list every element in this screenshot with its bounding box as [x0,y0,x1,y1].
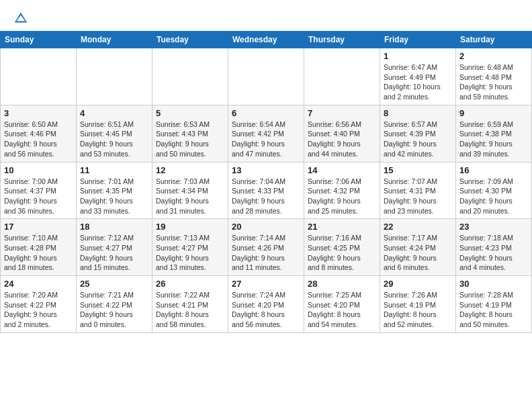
day-info: Sunrise: 7:00 AM Sunset: 4:37 PM Dayligh… [4,177,73,216]
day-number: 1 [384,51,452,61]
calendar-cell: 5Sunrise: 6:53 AM Sunset: 4:43 PM Daylig… [152,105,228,162]
day-info: Sunrise: 7:12 AM Sunset: 4:27 PM Dayligh… [80,233,148,273]
day-number: 24 [4,279,73,289]
day-info: Sunrise: 6:48 AM Sunset: 4:48 PM Dayligh… [459,62,528,102]
calendar-cell: 29Sunrise: 7:26 AM Sunset: 4:19 PM Dayli… [380,276,456,333]
weekday-header: Thursday [304,32,380,48]
calendar-cell: 30Sunrise: 7:28 AM Sunset: 4:19 PM Dayli… [456,276,532,333]
day-number: 12 [156,165,224,175]
day-info: Sunrise: 7:06 AM Sunset: 4:32 PM Dayligh… [308,177,376,216]
day-number: 8 [384,108,452,118]
calendar-cell: 27Sunrise: 7:24 AM Sunset: 4:20 PM Dayli… [228,276,304,333]
calendar-cell: 15Sunrise: 7:07 AM Sunset: 4:31 PM Dayli… [380,162,456,219]
calendar-cell: 24Sunrise: 7:20 AM Sunset: 4:22 PM Dayli… [1,276,77,333]
day-number: 11 [80,165,148,175]
weekday-header: Friday [380,32,456,48]
weekday-header: Sunday [1,32,77,48]
calendar-cell: 19Sunrise: 7:13 AM Sunset: 4:27 PM Dayli… [152,219,228,276]
day-info: Sunrise: 7:09 AM Sunset: 4:30 PM Dayligh… [459,177,528,216]
calendar-week-row: 24Sunrise: 7:20 AM Sunset: 4:22 PM Dayli… [1,276,532,333]
calendar-cell: 21Sunrise: 7:16 AM Sunset: 4:25 PM Dayli… [304,219,380,276]
calendar-cell: 25Sunrise: 7:21 AM Sunset: 4:22 PM Dayli… [77,276,152,333]
day-info: Sunrise: 7:28 AM Sunset: 4:19 PM Dayligh… [459,290,528,330]
calendar-cell: 3Sunrise: 6:50 AM Sunset: 4:46 PM Daylig… [1,105,77,162]
day-info: Sunrise: 7:18 AM Sunset: 4:23 PM Dayligh… [459,233,528,273]
calendar-cell: 20Sunrise: 7:14 AM Sunset: 4:26 PM Dayli… [228,219,304,276]
day-info: Sunrise: 7:13 AM Sunset: 4:27 PM Dayligh… [156,233,224,273]
day-info: Sunrise: 6:56 AM Sunset: 4:40 PM Dayligh… [308,120,376,159]
weekday-header: Wednesday [228,32,304,48]
day-number: 4 [80,108,148,118]
calendar-cell [152,48,228,105]
day-number: 5 [156,108,224,118]
calendar-cell: 6Sunrise: 6:54 AM Sunset: 4:42 PM Daylig… [228,105,304,162]
day-number: 10 [4,165,73,175]
day-info: Sunrise: 7:26 AM Sunset: 4:19 PM Dayligh… [384,290,452,330]
calendar-cell: 10Sunrise: 7:00 AM Sunset: 4:37 PM Dayli… [1,162,77,219]
logo-icon [13,11,28,26]
calendar-cell: 13Sunrise: 7:04 AM Sunset: 4:33 PM Dayli… [228,162,304,219]
day-number: 18 [80,222,148,232]
day-info: Sunrise: 6:59 AM Sunset: 4:38 PM Dayligh… [459,120,528,159]
day-info: Sunrise: 7:01 AM Sunset: 4:35 PM Dayligh… [80,177,148,216]
calendar-cell [77,48,152,105]
day-number: 7 [308,108,376,118]
day-number: 9 [459,108,528,118]
day-number: 21 [308,222,376,232]
calendar-cell: 28Sunrise: 7:25 AM Sunset: 4:20 PM Dayli… [304,276,380,333]
calendar-cell [304,48,380,105]
day-number: 23 [459,222,528,232]
calendar-week-row: 1Sunrise: 6:47 AM Sunset: 4:49 PM Daylig… [1,48,532,105]
page-header [0,0,532,31]
calendar-cell: 9Sunrise: 6:59 AM Sunset: 4:38 PM Daylig… [456,105,532,162]
calendar-week-row: 3Sunrise: 6:50 AM Sunset: 4:46 PM Daylig… [1,105,532,162]
day-info: Sunrise: 7:16 AM Sunset: 4:25 PM Dayligh… [308,233,376,273]
day-info: Sunrise: 7:21 AM Sunset: 4:22 PM Dayligh… [80,290,148,330]
day-number: 26 [156,279,224,289]
weekday-header: Saturday [456,32,532,48]
day-number: 22 [384,222,452,232]
calendar-cell: 2Sunrise: 6:48 AM Sunset: 4:48 PM Daylig… [456,48,532,105]
day-number: 19 [156,222,224,232]
day-info: Sunrise: 6:50 AM Sunset: 4:46 PM Dayligh… [4,120,73,159]
day-info: Sunrise: 7:24 AM Sunset: 4:20 PM Dayligh… [232,290,300,330]
calendar-cell: 16Sunrise: 7:09 AM Sunset: 4:30 PM Dayli… [456,162,532,219]
day-number: 30 [459,279,528,289]
day-info: Sunrise: 7:07 AM Sunset: 4:31 PM Dayligh… [384,177,452,216]
calendar-cell [228,48,304,105]
day-info: Sunrise: 7:20 AM Sunset: 4:22 PM Dayligh… [4,290,73,330]
day-info: Sunrise: 7:25 AM Sunset: 4:20 PM Dayligh… [308,290,376,330]
day-number: 2 [459,51,528,61]
day-number: 17 [4,222,73,232]
calendar-cell: 18Sunrise: 7:12 AM Sunset: 4:27 PM Dayli… [77,219,152,276]
day-number: 20 [232,222,300,232]
calendar-week-row: 17Sunrise: 7:10 AM Sunset: 4:28 PM Dayli… [1,219,532,276]
day-info: Sunrise: 7:17 AM Sunset: 4:24 PM Dayligh… [384,233,452,273]
calendar-cell: 26Sunrise: 7:22 AM Sunset: 4:21 PM Dayli… [152,276,228,333]
weekday-header: Tuesday [152,32,228,48]
calendar-header-row: SundayMondayTuesdayWednesdayThursdayFrid… [1,32,532,48]
day-info: Sunrise: 7:22 AM Sunset: 4:21 PM Dayligh… [156,290,224,330]
day-number: 14 [308,165,376,175]
day-number: 25 [80,279,148,289]
calendar-cell: 17Sunrise: 7:10 AM Sunset: 4:28 PM Dayli… [1,219,77,276]
calendar-cell: 1Sunrise: 6:47 AM Sunset: 4:49 PM Daylig… [380,48,456,105]
calendar-week-row: 10Sunrise: 7:00 AM Sunset: 4:37 PM Dayli… [1,162,532,219]
calendar-cell: 4Sunrise: 6:51 AM Sunset: 4:45 PM Daylig… [77,105,152,162]
day-info: Sunrise: 7:04 AM Sunset: 4:33 PM Dayligh… [232,177,300,216]
day-info: Sunrise: 7:14 AM Sunset: 4:26 PM Dayligh… [232,233,300,273]
logo [13,11,31,26]
day-info: Sunrise: 6:57 AM Sunset: 4:39 PM Dayligh… [384,120,452,159]
day-info: Sunrise: 6:53 AM Sunset: 4:43 PM Dayligh… [156,120,224,159]
calendar-cell [1,48,77,105]
day-number: 6 [232,108,300,118]
day-number: 16 [459,165,528,175]
calendar-table: SundayMondayTuesdayWednesdayThursdayFrid… [0,31,532,333]
day-info: Sunrise: 6:51 AM Sunset: 4:45 PM Dayligh… [80,120,148,159]
day-number: 15 [384,165,452,175]
day-number: 27 [232,279,300,289]
day-info: Sunrise: 6:54 AM Sunset: 4:42 PM Dayligh… [232,120,300,159]
day-number: 29 [384,279,452,289]
calendar-cell: 8Sunrise: 6:57 AM Sunset: 4:39 PM Daylig… [380,105,456,162]
day-number: 13 [232,165,300,175]
